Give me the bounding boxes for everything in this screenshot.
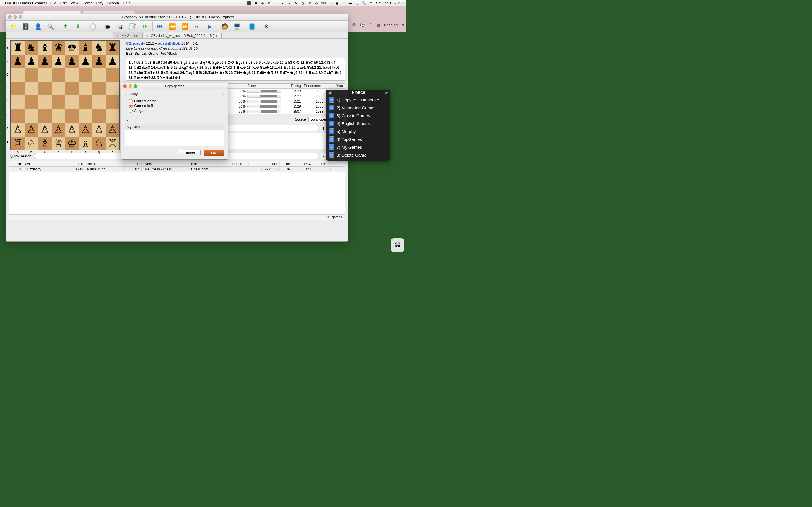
status-icon[interactable]: ✞ — [307, 1, 312, 5]
board-icon[interactable]: ▦ — [102, 21, 113, 32]
popup-item[interactable]: 1) Copy to a Database — [326, 96, 390, 104]
person-icon[interactable]: 🧑 — [219, 21, 230, 32]
popup-item[interactable]: 3) Classic Games — [326, 112, 390, 119]
close-tab-icon[interactable]: ✕ — [116, 34, 119, 38]
dialog-title: Copy games — [165, 84, 184, 88]
edit-icon[interactable]: 📝 — [127, 21, 138, 32]
play-icon[interactable]: ▶ — [204, 21, 215, 32]
status-icon[interactable]: ⊙ — [314, 1, 319, 5]
minimize-icon[interactable] — [13, 15, 17, 18]
menubar-clock[interactable]: Sat Jan 15 23:39 — [376, 1, 404, 5]
traffic-lights[interactable] — [8, 15, 22, 18]
cancel-button[interactable]: Cancel — [177, 150, 201, 156]
book-icon[interactable]: 📘 — [246, 21, 257, 32]
white-player[interactable]: CBizdaddy — [126, 41, 145, 45]
ok-button[interactable]: OK — [204, 150, 224, 156]
up-arrow-icon[interactable]: ⬆ — [60, 21, 71, 32]
chessboard[interactable]: 87654321 ♜♞♝♛♚♝♞♜ ♟♟♟♟♟♟♟♟ ♙♙♙♙♙♙♙♙ ♖♘♗♕… — [10, 40, 120, 150]
game-result: 0-1 — [193, 41, 198, 45]
move-list[interactable]: 1.e4 c5 2.♘c3 ♞c6 3.f4 d6 4.♘f3 g6 5.♗c4… — [126, 58, 345, 80]
db-icon — [329, 152, 335, 158]
db-icon — [329, 97, 335, 103]
status-icon[interactable]: ≋ — [267, 1, 272, 5]
status-icon[interactable]: ⬛ — [246, 1, 252, 5]
radio-games-in-filter[interactable]: Games in filter — [129, 104, 220, 108]
menu-view[interactable]: View — [70, 1, 79, 5]
status-icon[interactable]: ▭ — [327, 1, 333, 5]
menu-edit[interactable]: Edit — [60, 1, 66, 5]
status-icon[interactable]: ● — [280, 1, 285, 5]
db-icon — [329, 113, 335, 118]
app-name[interactable]: HIARCS Chess Explorer — [5, 1, 47, 5]
close-tab-icon[interactable]: ✕ — [146, 34, 148, 38]
zoom-icon[interactable] — [134, 84, 137, 88]
destination-item[interactable]: My Games — [125, 124, 224, 129]
db-open-icon[interactable]: 🗄️ — [20, 21, 31, 32]
clock-icon[interactable]: 🕑 — [87, 21, 98, 32]
dock-app-icon[interactable]: ⌘ — [391, 238, 404, 252]
window-title: CBizdaddy_vs_austinDrBob_2022.01.15 (1) … — [119, 15, 234, 19]
popup-item[interactable]: 8) Delete Game — [326, 151, 390, 159]
status-icon[interactable]: ◉ — [335, 1, 340, 5]
close-icon[interactable] — [8, 15, 11, 18]
control-center-icon[interactable]: ≡ — [368, 1, 373, 5]
wifi-icon[interactable]: ⋮ — [355, 1, 360, 5]
game-list-row[interactable]: 1 CBizdaddy 1212 austinDrBob 1314 Live C… — [9, 167, 345, 172]
engine-icon[interactable]: 🖥️ — [231, 21, 243, 32]
game-list: Nr White Elo Black Elo Event Site Round … — [9, 161, 345, 220]
radio-current-game[interactable]: Current game — [129, 99, 220, 103]
chevron-down-icon[interactable]: ⌄ — [400, 12, 403, 16]
refresh-icon[interactable]: ⟳ — [139, 21, 151, 32]
extension-icon[interactable]: ⚗ — [352, 22, 356, 27]
menu-icon[interactable]: ⋮ — [368, 22, 372, 27]
popup-item[interactable]: 4) English Studies — [326, 119, 390, 127]
user-icon[interactable]: 👤 — [33, 21, 44, 32]
extension-icon[interactable]: ⚽ — [360, 22, 364, 27]
destination-list[interactable]: My Games — [125, 124, 224, 146]
status-icon[interactable]: ⟳ — [341, 1, 346, 5]
zoom-icon[interactable] — [19, 15, 22, 18]
menu-search[interactable]: Search — [107, 1, 119, 5]
popup-item[interactable]: 2) Annotated Games — [326, 104, 390, 112]
status-icon[interactable]: ◎ — [301, 1, 306, 5]
tab-current-game[interactable]: ✕CBizdaddy_vs_austinDrBob_2022.01.15 (1) — [142, 32, 221, 38]
menu-file[interactable]: File — [50, 1, 56, 5]
db-icon — [329, 128, 335, 134]
close-icon[interactable]: ✕ — [328, 91, 332, 95]
first-icon[interactable]: ⏮ — [154, 21, 165, 32]
menu-play[interactable]: Play — [96, 1, 103, 5]
reading-list-label[interactable]: Reading List — [384, 23, 404, 27]
down-arrow-icon[interactable]: ⬇ — [72, 21, 84, 32]
popup-item[interactable]: 7) My Games — [326, 143, 390, 151]
forward-icon[interactable]: ⏩ — [179, 21, 190, 32]
reading-list-icon[interactable]: ▤ — [376, 22, 380, 27]
minimize-icon[interactable] — [129, 84, 132, 88]
status-icon[interactable]: ✱ — [253, 1, 258, 5]
search-icon[interactable]: 🔍 — [361, 1, 366, 5]
status-icon[interactable]: ➤ — [294, 1, 299, 5]
db-icon — [329, 136, 335, 142]
db-new-icon[interactable]: 📁 — [8, 21, 19, 32]
status-icon[interactable]: S — [273, 1, 278, 5]
rewind-icon[interactable]: ⏪ — [167, 21, 178, 32]
expand-icon[interactable]: ⤢ — [385, 91, 388, 95]
status-icon[interactable]: ⌨ — [321, 1, 326, 5]
black-player[interactable]: austinDrBob — [158, 41, 180, 45]
popup-title: HIARCS — [352, 91, 365, 95]
last-icon[interactable]: ⏭ — [192, 21, 203, 32]
board2-icon[interactable]: ▨ — [114, 21, 126, 32]
hiarcs-popup: ✕ HIARCS ⤢ 1) Copy to a Database 2) Anno… — [326, 90, 390, 161]
tab-my-games[interactable]: ✕My Games — [113, 32, 143, 38]
status-icon[interactable]: ▪ — [287, 1, 292, 5]
status-icon[interactable]: ⊕ — [260, 1, 265, 5]
gear-icon[interactable]: ⚙ — [261, 21, 272, 32]
close-icon[interactable] — [123, 84, 126, 88]
popup-item[interactable]: 6) TopGames — [326, 135, 390, 143]
search-user-icon[interactable]: 🔍 — [45, 21, 56, 32]
menu-game[interactable]: Game — [82, 1, 92, 5]
radio-all-games[interactable]: All games — [129, 108, 220, 113]
menu-help[interactable]: Help — [123, 1, 131, 5]
window-titlebar[interactable]: CBizdaddy_vs_austinDrBob_2022.01.15 (1) … — [6, 14, 348, 20]
battery-icon[interactable]: ▬ — [348, 1, 353, 5]
popup-item[interactable]: 5) Morphy — [326, 127, 390, 135]
